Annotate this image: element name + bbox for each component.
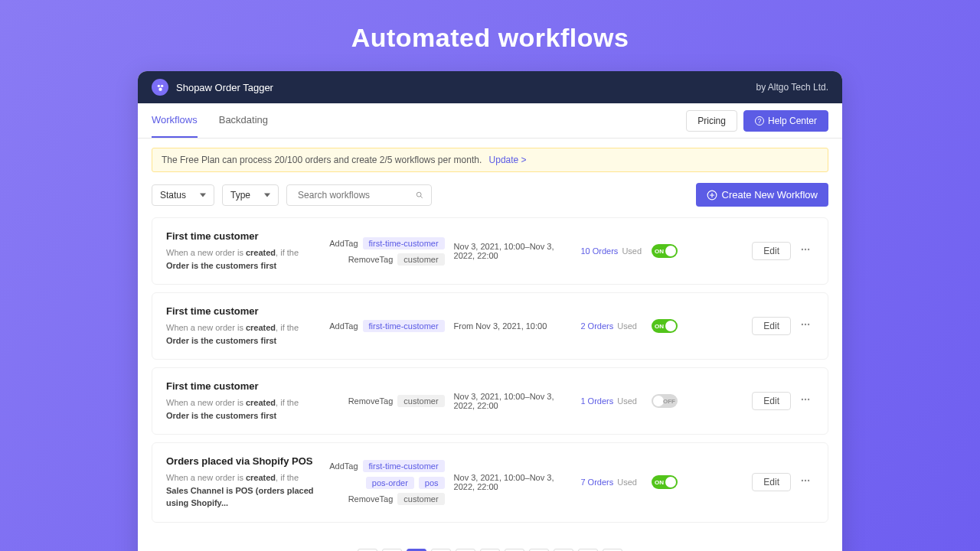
workflow-description: When a new order is created, if the Orde… (166, 321, 318, 347)
tag-action-label: AddTag (329, 239, 358, 248)
orders-used: 1 Orders Used (580, 396, 642, 406)
tag-pill: first-time-customer (363, 320, 445, 332)
row-actions: Edit (730, 391, 814, 411)
toggle-state-label: ON (655, 323, 664, 330)
app-name: Shopaw Order Tagger (176, 82, 273, 93)
more-horizontal-icon (800, 475, 811, 486)
tag-pill: customer (397, 253, 444, 266)
tag-pill: customer (397, 493, 444, 505)
more-horizontal-icon (800, 394, 811, 405)
toggle-state-label: OFF (663, 398, 675, 405)
workflow-description: When a new order is created, if the Orde… (166, 396, 318, 422)
enable-toggle[interactable]: ON (652, 244, 678, 258)
edit-button[interactable]: Edit (752, 317, 791, 335)
toggle-knob (665, 246, 676, 256)
help-center-label: Help Center (768, 116, 817, 126)
edit-button[interactable]: Edit (752, 242, 791, 260)
edit-button[interactable]: Edit (752, 473, 791, 491)
orders-used: 10 Orders Used (580, 246, 642, 256)
subnav: WorkflowsBackdating Pricing ? Help Cente… (138, 103, 842, 139)
tab-backdating[interactable]: Backdating (219, 103, 268, 138)
more-horizontal-icon (800, 319, 811, 330)
company-label: by Altgo Tech Ltd. (756, 82, 828, 93)
page-7[interactable]: 7 (529, 549, 549, 552)
tag-actions: AddTagfirst-time-customerpos-orderposRem… (327, 460, 445, 505)
tag-actions: AddTagfirst-time-customerRemoveTagcustom… (327, 237, 445, 266)
date-range: Nov 3, 2021, 10:00–Nov 3, 2022, 22:00 (454, 392, 572, 410)
page-9[interactable]: 9 (578, 549, 598, 552)
tag-action-label: RemoveTag (348, 255, 394, 264)
page-2[interactable]: 2 (407, 549, 426, 552)
toggle-state-label: ON (655, 248, 664, 255)
svg-point-19 (808, 480, 809, 481)
svg-point-17 (802, 480, 803, 481)
page-1[interactable]: 1 (382, 549, 402, 552)
status-label: Status (160, 190, 186, 201)
more-button[interactable] (797, 241, 814, 261)
chevron-down-icon (200, 192, 206, 198)
tag-pill: pos-order (366, 477, 414, 489)
tag-pill: first-time-customer (363, 460, 445, 472)
more-button[interactable] (797, 472, 814, 492)
help-center-button[interactable]: ? Help Center (743, 110, 828, 132)
svg-line-4 (420, 196, 423, 198)
more-button[interactable] (797, 316, 814, 336)
svg-point-10 (808, 249, 809, 250)
type-label: Type (230, 190, 250, 201)
workflow-title: First time customer (166, 305, 318, 317)
row-actions: Edit (730, 241, 814, 261)
page-4[interactable]: 4 (456, 549, 475, 552)
toolbar: Status Type Create New Workflow (138, 172, 842, 217)
page-prev[interactable] (358, 549, 377, 552)
tag-pill: pos (419, 477, 445, 489)
more-button[interactable] (797, 391, 814, 411)
svg-point-0 (157, 84, 159, 86)
workflow-title: First time customer (166, 380, 318, 392)
workflow-row: First time customerWhen a new order is c… (152, 292, 828, 360)
page-3[interactable]: 3 (431, 549, 451, 552)
tag-actions: AddTagfirst-time-customer (327, 320, 445, 332)
toggle-knob (665, 477, 676, 487)
toggle-knob (653, 396, 664, 406)
page-6[interactable]: 6 (505, 549, 524, 552)
workflow-description: When a new order is created, if the Sale… (166, 471, 318, 510)
search-icon (416, 190, 423, 201)
status-dropdown[interactable]: Status (152, 184, 214, 206)
search-input[interactable] (295, 185, 416, 205)
more-horizontal-icon (800, 244, 811, 255)
plus-circle-icon (707, 190, 717, 201)
date-range: Nov 3, 2021, 10:00–Nov 3, 2022, 22:00 (454, 473, 572, 491)
enable-toggle[interactable]: ON (652, 319, 678, 333)
orders-used: 7 Orders Used (580, 478, 642, 487)
notice-text: The Free Plan can process 20/100 orders … (162, 155, 482, 165)
app-header: Shopaw Order Tagger by Altgo Tech Ltd. (138, 71, 842, 103)
row-actions: Edit (730, 472, 814, 492)
toggle-state-label: ON (655, 479, 664, 486)
nav-actions: Pricing ? Help Center (686, 110, 828, 132)
tabs: WorkflowsBackdating (152, 103, 268, 138)
pricing-button[interactable]: Pricing (686, 110, 737, 132)
notice-update-link[interactable]: Update > (489, 155, 527, 165)
enable-toggle[interactable]: ON (652, 475, 678, 489)
workflow-row: Orders placed via Shopify POSWhen a new … (152, 442, 828, 523)
tag-actions: RemoveTagcustomer (327, 395, 445, 407)
create-workflow-button[interactable]: Create New Workflow (696, 183, 828, 207)
enable-toggle[interactable]: OFF (652, 394, 678, 408)
search-wrapper (286, 184, 432, 206)
tag-pill: first-time-customer (363, 237, 445, 249)
page-5[interactable]: 5 (480, 549, 500, 552)
svg-point-15 (805, 399, 806, 400)
page-8[interactable]: 8 (554, 549, 573, 552)
svg-point-8 (802, 249, 803, 250)
edit-button[interactable]: Edit (752, 392, 791, 410)
tab-workflows[interactable]: Workflows (152, 103, 198, 138)
svg-point-18 (805, 480, 806, 481)
workflow-list: First time customerWhen a new order is c… (138, 217, 842, 541)
page-title: Automated workflows (15, 23, 965, 53)
tag-action-label: AddTag (329, 321, 358, 331)
workflow-row: First time customerWhen a new order is c… (152, 367, 828, 435)
date-range: Nov 3, 2021, 10:00–Nov 3, 2022, 22:00 (454, 242, 572, 260)
page-next[interactable] (603, 549, 622, 552)
type-dropdown[interactable]: Type (222, 184, 279, 206)
row-actions: Edit (730, 316, 814, 336)
